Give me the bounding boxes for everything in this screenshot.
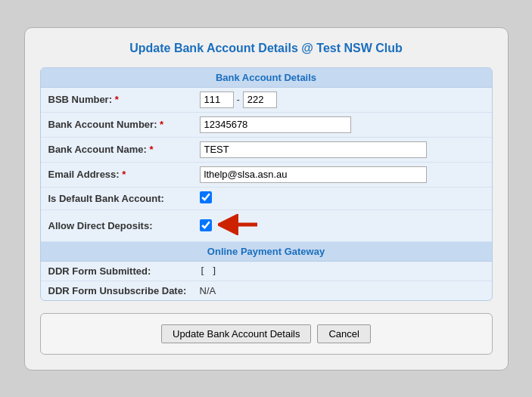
default-account-value bbox=[200, 191, 484, 206]
button-area: Update Bank Account Details Cancel bbox=[40, 313, 493, 355]
update-button[interactable]: Update Bank Account Details bbox=[161, 324, 311, 343]
account-name-row: Bank Account Name: * bbox=[41, 138, 492, 163]
cancel-button[interactable]: Cancel bbox=[317, 324, 370, 343]
bank-account-section-header: Bank Account Details bbox=[41, 68, 492, 88]
form-box: Bank Account Details BSB Number: * - Ban… bbox=[40, 67, 493, 301]
allow-deposits-value bbox=[200, 214, 484, 237]
account-name-value bbox=[200, 141, 484, 158]
email-input[interactable] bbox=[200, 166, 427, 183]
bsb-row: BSB Number: * - bbox=[41, 88, 492, 113]
email-row: Email Address: * bbox=[41, 163, 492, 188]
ddr-submitted-value: [ ] bbox=[200, 265, 484, 277]
ddr-unsubscribe-row: DDR Form Unsubscribe Date: N/A bbox=[41, 281, 492, 300]
account-name-label: Bank Account Name: * bbox=[48, 144, 200, 155]
default-account-row: Is Default Bank Account: bbox=[41, 188, 492, 210]
ddr-submitted-label: DDR Form Submitted: bbox=[48, 265, 200, 277]
allow-deposits-row: Allow Direct Deposits: bbox=[41, 210, 492, 242]
allow-deposits-label: Allow Direct Deposits: bbox=[48, 220, 200, 231]
email-value bbox=[200, 166, 484, 183]
main-container: Update Bank Account Details @ Test NSW C… bbox=[24, 27, 509, 371]
bsb-label: BSB Number: * bbox=[48, 94, 200, 105]
bsb-required: * bbox=[115, 94, 119, 105]
default-account-checkbox[interactable] bbox=[200, 191, 212, 203]
ddr-unsubscribe-label: DDR Form Unsubscribe Date: bbox=[48, 285, 200, 296]
online-payment-section-header: Online Payment Gateway bbox=[41, 242, 492, 262]
page-title: Update Bank Account Details @ Test NSW C… bbox=[40, 42, 493, 55]
red-arrow-icon bbox=[218, 214, 260, 237]
account-number-value bbox=[200, 116, 484, 133]
allow-deposits-checkbox[interactable] bbox=[200, 219, 212, 231]
account-name-input[interactable] bbox=[200, 141, 427, 158]
email-required: * bbox=[122, 169, 126, 180]
account-number-required: * bbox=[160, 119, 163, 130]
account-number-input[interactable] bbox=[200, 116, 351, 133]
bsb-input-2[interactable] bbox=[243, 91, 277, 108]
account-name-required: * bbox=[149, 144, 153, 155]
bsb-separator: - bbox=[237, 94, 240, 105]
bsb-input-1[interactable] bbox=[200, 91, 234, 108]
ddr-submitted-row: DDR Form Submitted: [ ] bbox=[41, 262, 492, 281]
account-number-row: Bank Account Number: * bbox=[41, 113, 492, 138]
default-account-label: Is Default Bank Account: bbox=[48, 193, 200, 204]
account-number-label: Bank Account Number: * bbox=[48, 119, 200, 130]
bsb-inputs: - bbox=[200, 91, 484, 108]
email-label: Email Address: * bbox=[48, 169, 200, 180]
ddr-unsubscribe-value: N/A bbox=[200, 285, 484, 296]
